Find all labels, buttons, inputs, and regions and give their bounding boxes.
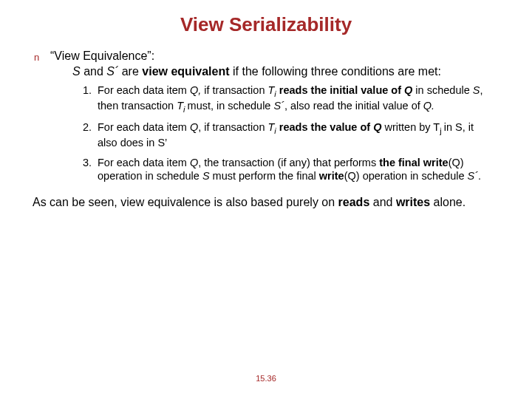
term-writes: writes [396, 196, 430, 208]
text: written by [384, 121, 433, 133]
text: , also read the initial value of [284, 100, 423, 112]
var-S: S [72, 65, 83, 78]
text: and [83, 65, 106, 78]
var-Q: Q [190, 121, 198, 133]
text: if the following three conditions are me… [230, 65, 441, 78]
var-S-prime: S´ [273, 100, 284, 112]
text: must, in schedule [188, 100, 274, 112]
var-Q: Q [404, 84, 412, 96]
text: operation in schedule [98, 170, 202, 182]
var-S-prime: S´ [106, 65, 121, 78]
var-Q: Q [190, 157, 198, 168]
var-Q: Q [373, 121, 384, 133]
text: For each data item [98, 84, 190, 96]
text: , if transaction [198, 121, 267, 133]
var-Q: Q, [190, 84, 201, 96]
intro-paragraph: S and S´ are view equivalent if the foll… [72, 64, 502, 79]
bullet-item: n “View Equivalence”: [34, 50, 502, 63]
var-Tj: T [433, 121, 440, 133]
text-bold: reads the initial value of [276, 84, 404, 96]
var-Q: Q. [423, 100, 434, 112]
text-bold: write [319, 170, 344, 182]
text: As can be seen, view equivalence is also… [33, 196, 338, 208]
text: must perform the final [210, 170, 319, 182]
term-view-equivalent: view equivalent [142, 65, 229, 78]
text-bold: reads the value of [276, 121, 373, 133]
page-number: 15.36 [0, 374, 532, 383]
conclusion-paragraph: As can be seen, view equivalence is also… [33, 194, 502, 211]
var-S: S [473, 84, 480, 96]
bullet-marker: n [34, 50, 50, 63]
text: are [122, 65, 143, 78]
text: For each data item [98, 157, 190, 168]
text-bold: the final write [379, 157, 448, 168]
var-S: S [202, 170, 210, 182]
conditions-list: For each data item Q, if transaction Ti … [30, 83, 502, 183]
condition-1: For each data item Q, if transaction Ti … [95, 83, 502, 115]
var-S-prime: S´ [468, 170, 479, 182]
text: (Q) [449, 157, 464, 168]
text: , the transaction (if any) that performs [198, 157, 379, 168]
text: if transaction [201, 84, 267, 96]
text: and [369, 196, 396, 208]
text: alone. [430, 196, 466, 208]
bullet-head-text: “View Equivalence”: [50, 50, 154, 63]
condition-2: For each data item Q, if transaction Ti … [95, 120, 502, 150]
text: (Q) [344, 170, 363, 182]
page-title: View Serializability [30, 13, 502, 36]
condition-3: For each data item Q, the transaction (i… [95, 156, 502, 183]
text: operation in schedule [363, 170, 468, 182]
text: For each data item [98, 121, 190, 133]
text: in schedule [412, 84, 472, 96]
term-reads: reads [338, 196, 370, 208]
var-Ti: T [177, 100, 183, 112]
text: . [478, 170, 481, 182]
